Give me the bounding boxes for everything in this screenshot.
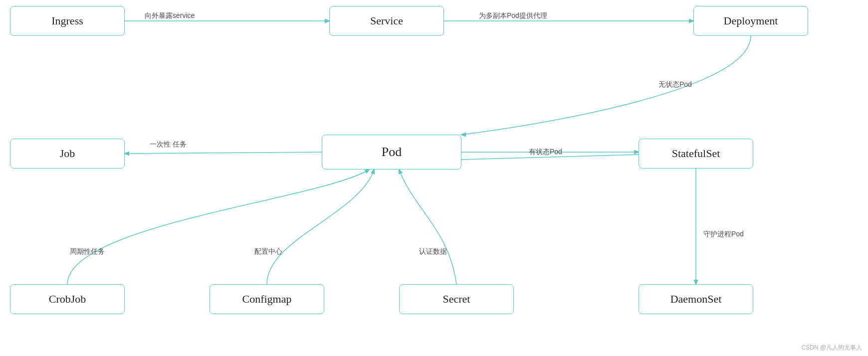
diagram-container: Ingress Service Deployment Pod Job State… bbox=[0, 0, 868, 356]
node-deployment: Deployment bbox=[693, 6, 808, 36]
node-ingress: Ingress bbox=[10, 6, 125, 36]
label-crobjob-pod: 周期性任务 bbox=[70, 247, 105, 257]
label-configmap-pod: 配置中心 bbox=[254, 247, 282, 257]
node-service: Service bbox=[329, 6, 444, 36]
node-job: Job bbox=[10, 139, 125, 169]
node-configmap: Configmap bbox=[210, 284, 324, 314]
label-ingress-service: 向外暴露service bbox=[145, 11, 195, 21]
label-deployment-pod: 无状态Pod bbox=[658, 80, 692, 90]
node-daemonset: DaemonSet bbox=[639, 284, 753, 314]
node-pod: Pod bbox=[322, 135, 461, 170]
node-secret: Secret bbox=[399, 284, 514, 314]
label-secret-pod: 认证数据 bbox=[419, 247, 447, 257]
svg-line-4 bbox=[125, 152, 322, 154]
label-pod-job: 一次性 任务 bbox=[150, 140, 187, 149]
label-service-deployment: 为多副本Pod提供代理 bbox=[479, 11, 547, 21]
node-statefulset: StatefulSet bbox=[639, 139, 753, 169]
label-statefulset-daemonset: 守护进程Pod bbox=[703, 229, 744, 239]
node-crobjob: CrobJob bbox=[10, 284, 125, 314]
watermark: CSDN @凡人间无事人 bbox=[801, 344, 862, 352]
label-pod-statefulset: 有状态Pod bbox=[529, 147, 562, 157]
